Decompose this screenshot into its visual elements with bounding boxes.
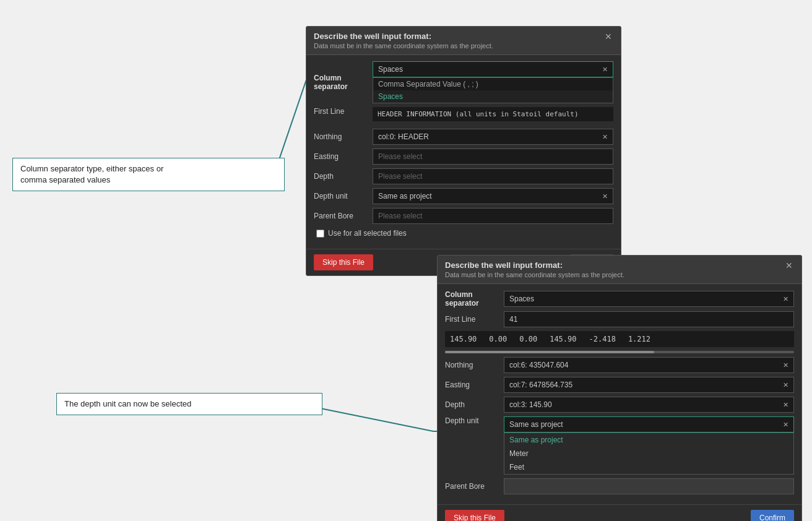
depth-input[interactable]: Please select [373, 168, 613, 184]
d2-first-line-label: First Line [445, 315, 504, 324]
d2-depth-unit-value: Same as project [509, 420, 563, 429]
easting-placeholder: Please select [378, 152, 422, 161]
first-line-label: First Line [314, 107, 373, 116]
d2-depth-clear-icon[interactable]: ✕ [783, 401, 788, 409]
depth-placeholder: Please select [378, 172, 422, 181]
dialog-2-close-button[interactable]: ✕ [784, 260, 794, 270]
annotation-column-separator: Column separator type, either spaces or … [12, 158, 285, 191]
dialog-2-subtitle: Data must be in the same coordinate syst… [445, 271, 624, 278]
depth-unit-input[interactable]: Same as project ✕ [373, 188, 613, 204]
annotation-text-line2: comma separated values [20, 175, 110, 184]
d2-depth-value: col:3: 145.90 [509, 400, 552, 409]
depth-label: Depth [314, 172, 373, 181]
depth-option-meter[interactable]: Meter [504, 447, 793, 460]
depth-unit-row: Depth unit Same as project ✕ [314, 188, 613, 204]
depth-unit-clear-icon[interactable]: ✕ [602, 192, 608, 200]
skip-file-button-1[interactable]: Skip this File [314, 254, 373, 270]
d2-scrollbar-thumb [445, 351, 654, 353]
dialog-1-title: Describe the well input format: [314, 32, 493, 41]
column-separator-clear-icon[interactable]: ✕ [602, 66, 608, 74]
column-separator-dropdown[interactable]: Comma Separated Value ( , ; ) Spaces [373, 77, 613, 103]
northing-label: Northing [314, 132, 373, 141]
d2-data-preview: 145.90 0.00 0.00 145.90 -2.418 1.212 [445, 331, 794, 347]
skip-file-button-2[interactable]: Skip this File [445, 510, 504, 521]
d2-first-line-value: 41 [509, 315, 517, 324]
depth-option-feet[interactable]: Feet [504, 460, 793, 474]
d2-depth-row: Depth col:3: 145.90 ✕ [445, 397, 794, 413]
dialog-2-footer: Skip this File Confirm [438, 504, 801, 521]
dialog-1-close-button[interactable]: ✕ [603, 32, 613, 41]
depth-unit-label: Depth unit [314, 192, 373, 200]
column-separator-row: Column separator Spaces ✕ Comma Separate… [314, 61, 613, 103]
data-val-4: -2.418 [589, 335, 616, 343]
d2-first-line-input[interactable]: 41 [504, 311, 794, 327]
dropdown-option-csv[interactable]: Comma Separated Value ( , ; ) [373, 78, 613, 90]
first-line-content: HEADER INFORMATION (all units in Statoil… [373, 107, 613, 121]
confirm-button-2[interactable]: Confirm [751, 510, 794, 521]
d2-parent-bore-row: Parent Bore [445, 478, 794, 494]
first-line-row: First Line HEADER INFORMATION (all units… [314, 107, 613, 125]
data-val-3: 145.90 [550, 335, 576, 343]
d2-scrollbar[interactable] [445, 351, 794, 353]
use-for-all-row: Use for all selected files [314, 229, 613, 238]
d2-northing-row: Northing col:6: 435047.604 ✕ [445, 357, 794, 373]
d2-easting-input[interactable]: col:7: 6478564.735 ✕ [504, 377, 794, 393]
d2-easting-label: Easting [445, 381, 504, 389]
northing-clear-icon[interactable]: ✕ [602, 133, 608, 141]
d2-depth-unit-label: Depth unit [445, 416, 504, 425]
data-val-5: 1.212 [628, 335, 650, 343]
d2-column-separator-input[interactable]: Spaces ✕ [504, 291, 794, 307]
d2-depth-input[interactable]: col:3: 145.90 ✕ [504, 397, 794, 413]
dialog-2-titlebar: Describe the well input format: Data mus… [438, 256, 801, 284]
dialog-1-body: Column separator Spaces ✕ Comma Separate… [306, 55, 621, 249]
annotation-depth-text: The depth unit can now be selected [64, 399, 191, 408]
northing-input[interactable]: col:0: HEADER ✕ [373, 129, 613, 145]
d2-northing-value: col:6: 435047.604 [509, 361, 568, 369]
dialog-2-body: Column separator Spaces ✕ First Line 41 … [438, 284, 801, 504]
column-separator-value: Spaces [378, 65, 403, 74]
d2-easting-row: Easting col:7: 6478564.735 ✕ [445, 377, 794, 393]
annotation-depth-unit: The depth unit can now be selected [56, 393, 322, 415]
dropdown-option-spaces[interactable]: Spaces [373, 90, 613, 103]
d2-easting-value: col:7: 6478564.735 [509, 381, 572, 389]
d2-depth-label: Depth [445, 400, 504, 409]
data-val-1: 0.00 [489, 335, 507, 343]
d2-column-separator-label: Column separator [445, 290, 504, 308]
northing-value: col:0: HEADER [378, 132, 429, 141]
d2-depth-unit-input[interactable]: Same as project ✕ [504, 416, 794, 433]
data-val-2: 0.00 [519, 335, 537, 343]
depth-option-same-as-project[interactable]: Same as project [504, 433, 793, 447]
parent-bore-label: Parent Bore [314, 212, 373, 220]
dialog-1-titlebar: Describe the well input format: Data mus… [306, 27, 621, 55]
parent-bore-input[interactable]: Please select [373, 208, 613, 224]
d2-northing-label: Northing [445, 361, 504, 369]
d2-parent-bore-input[interactable] [504, 478, 794, 494]
data-val-0: 145.90 [450, 335, 477, 343]
parent-bore-row: Parent Bore Please select [314, 208, 613, 224]
easting-row: Easting Please select [314, 149, 613, 165]
column-separator-input[interactable]: Spaces ✕ [373, 61, 613, 77]
d2-depth-unit-clear-icon[interactable]: ✕ [783, 421, 788, 429]
depth-row: Depth Please select [314, 168, 613, 184]
d2-column-separator-clear-icon[interactable]: ✕ [783, 295, 788, 303]
d2-depth-unit-dropdown[interactable]: Same as project Meter Feet [504, 433, 794, 475]
easting-input[interactable]: Please select [373, 149, 613, 165]
d2-parent-bore-label: Parent Bore [445, 482, 504, 491]
d2-depth-unit-row: Depth unit Same as project ✕ Same as pro… [445, 416, 794, 475]
dialog-1-subtitle: Data must be in the same coordinate syst… [314, 42, 493, 50]
column-separator-label: Column separator [314, 74, 373, 91]
use-for-all-label: Use for all selected files [328, 229, 407, 238]
easting-label: Easting [314, 152, 373, 161]
use-for-all-checkbox[interactable] [316, 230, 324, 238]
d2-easting-clear-icon[interactable]: ✕ [783, 381, 788, 389]
d2-column-separator-row: Column separator Spaces ✕ [445, 290, 794, 308]
annotation-text-line1: Column separator type, either spaces or [20, 164, 163, 173]
d2-first-line-row: First Line 41 [445, 311, 794, 327]
d2-column-separator-value: Spaces [509, 295, 534, 303]
d2-northing-input[interactable]: col:6: 435047.604 ✕ [504, 357, 794, 373]
dialog-2-title: Describe the well input format: [445, 260, 624, 270]
depth-unit-value: Same as project [378, 192, 432, 200]
dialog-2: Describe the well input format: Data mus… [437, 255, 802, 521]
dialog-1: Describe the well input format: Data mus… [306, 26, 621, 276]
d2-northing-clear-icon[interactable]: ✕ [783, 361, 788, 369]
